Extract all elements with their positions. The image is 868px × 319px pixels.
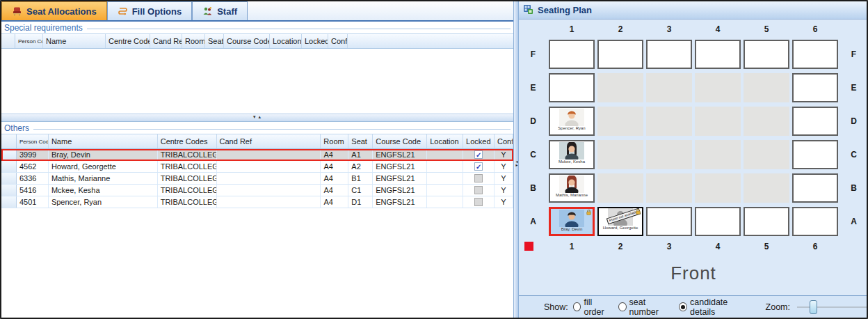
seat-C6-empty[interactable] [792, 140, 838, 169]
cell-name: Bray, Devin [49, 149, 158, 160]
table-row[interactable]: 4501Spencer, RyanTRIBALCOLLEGEA4D1ENGFSL… [1, 196, 513, 208]
column-header-seat[interactable]: Seat [348, 134, 373, 148]
row-label-right: A [841, 207, 867, 236]
seat-A3-empty[interactable] [646, 207, 692, 236]
seat-E1-empty[interactable] [549, 73, 595, 102]
tab-seat-allocations[interactable]: Seat Allocations [1, 1, 107, 20]
column-header-person_code[interactable]: Person Code [17, 134, 49, 148]
show-label: Show: [544, 302, 568, 312]
horizontal-splitter[interactable]: ▾▴ [1, 114, 513, 122]
seat-F4-empty[interactable] [695, 40, 741, 69]
column-header-room[interactable]: Room [182, 34, 205, 48]
locked-checkbox-checked[interactable]: ✓ [474, 150, 483, 159]
table-row[interactable]: 6336Mathis, MarianneTRIBALCOLLEGEA4B1ENG… [1, 173, 513, 185]
locked-checkbox-unchecked[interactable] [474, 198, 483, 206]
row-selector-cell[interactable] [1, 173, 17, 184]
allocations-panel: Seat AllocationsFill OptionsStaff Specia… [1, 1, 513, 318]
column-header-centre_codes[interactable]: Centre Codes [158, 134, 217, 148]
column-header-locked[interactable]: Locked [463, 134, 495, 148]
column-header-cand_ref[interactable]: Cand Ref [150, 34, 182, 48]
cell-name: Mathis, Marianne [49, 173, 158, 184]
others-label: Others [4, 123, 29, 133]
blocked-cell-B5 [744, 173, 789, 203]
column-header-centre_codes[interactable]: Centre Codes [106, 34, 150, 48]
cell-room: A4 [321, 161, 348, 172]
column-header-locked[interactable]: Locked [302, 34, 328, 48]
seat-D1-occupied[interactable]: Spencer, Ryan [549, 107, 595, 136]
seat-E6-empty[interactable] [792, 73, 838, 102]
column-number: 5 [744, 22, 789, 36]
row-selector-cell[interactable] [1, 149, 17, 160]
cell-seat: C1 [348, 185, 373, 196]
seat-F5-empty[interactable] [744, 40, 789, 69]
tab-fill-options[interactable]: Fill Options [107, 1, 193, 20]
zoom-slider-thumb[interactable] [810, 300, 817, 314]
column-header-seat[interactable]: Seat [205, 34, 224, 48]
radio-selected-icon[interactable] [679, 302, 687, 311]
zoom-slider-track[interactable] [797, 306, 867, 308]
cell-seat: A1 [348, 149, 373, 160]
zoom-slider[interactable] [797, 300, 867, 314]
table-row[interactable]: 5416Mckee, KeshaTRIBALCOLLEGEA4C1ENGFSL2… [1, 185, 513, 196]
column-header-location[interactable]: Location [427, 134, 463, 148]
tab-staff[interactable]: Staff [192, 1, 248, 20]
radio-unselected-icon[interactable] [618, 302, 627, 311]
column-numbers-bottom: 123456 [520, 240, 867, 254]
cell-locked: ✓ [463, 161, 495, 172]
table-row[interactable]: 4562Howard, GeorgetteTRIBALCOLLEGEA4A2EN… [1, 161, 513, 173]
column-header-room[interactable]: Room [321, 134, 348, 148]
radio-fill-order[interactable]: fill order [573, 297, 611, 317]
seat-B6-empty[interactable] [792, 173, 838, 203]
seat-A1-occupied[interactable]: Bray, Devin [549, 207, 595, 236]
vertical-splitter[interactable]: ◂▸ [513, 1, 519, 318]
cell-location [427, 149, 463, 160]
column-header-course_code[interactable]: Course Code [373, 134, 427, 148]
seat-F6-empty[interactable] [792, 40, 838, 69]
seat-A5-empty[interactable] [744, 207, 789, 236]
column-header-name[interactable]: Name [49, 134, 158, 148]
seat-F2-empty[interactable] [597, 40, 643, 69]
radio-seat-number[interactable]: seat number [618, 297, 672, 317]
seat-D6-empty[interactable] [792, 107, 838, 136]
seating-plan-panel: Seating Plan 123456 FFEEDSpencer, RyanDC… [519, 1, 867, 318]
seat-A4-empty[interactable] [695, 207, 741, 236]
row-selector-cell[interactable] [1, 196, 17, 208]
table-row[interactable]: 3999Bray, DevinTRIBALCOLLEGEA4A1ENGFSL21… [1, 149, 513, 161]
fill-options-icon [118, 6, 128, 17]
row-selector-cell[interactable] [1, 161, 17, 172]
cell-name: Spencer, Ryan [49, 196, 158, 208]
locked-checkbox-unchecked[interactable] [474, 174, 483, 182]
column-header-cand_ref[interactable]: Cand Ref [217, 134, 321, 148]
column-header-person_code[interactable]: Person Code [15, 34, 43, 48]
column-header-conf[interactable]: Conf [328, 34, 348, 48]
row-label-left: A [520, 207, 546, 236]
row-selector-cell[interactable] [1, 185, 17, 196]
vertical-splitter-grip-icon: ◂▸ [514, 160, 520, 167]
corner-cell [841, 22, 867, 36]
candidate-photo [559, 109, 584, 126]
seat-C1-occupied[interactable]: Mckee, Kesha [549, 140, 595, 169]
radio-candidate-details[interactable]: candidate details [679, 297, 748, 317]
seat-F3-empty[interactable] [646, 40, 692, 69]
corner-cell [520, 22, 546, 36]
seat-A2-occupied[interactable]: Photo not availableHoward, Georgette [597, 207, 643, 236]
locked-checkbox-unchecked[interactable] [474, 186, 483, 194]
column-header-conf[interactable]: Conf [495, 134, 513, 148]
cell-cand_ref [217, 185, 321, 196]
cell-course_code: ENGFSL21 [373, 196, 427, 208]
blocked-cell-B4 [695, 173, 741, 203]
column-header-name[interactable]: Name [43, 34, 106, 48]
column-header-location[interactable]: Location [270, 34, 302, 48]
group-rule [87, 29, 511, 29]
cell-conf: Y [495, 149, 513, 160]
locked-checkbox-checked[interactable]: ✓ [474, 162, 483, 171]
padlock-icon [586, 210, 591, 215]
group-rule [33, 129, 511, 130]
radio-unselected-icon[interactable] [573, 302, 581, 311]
special-requirements-body[interactable] [1, 49, 513, 114]
column-header-course_code[interactable]: Course Code [224, 34, 270, 48]
cell-room: A4 [321, 196, 348, 208]
seat-F1-empty[interactable] [549, 40, 595, 69]
seat-B1-occupied[interactable]: Mathis, Marianne [549, 173, 595, 203]
seat-A6-empty[interactable] [792, 207, 838, 236]
